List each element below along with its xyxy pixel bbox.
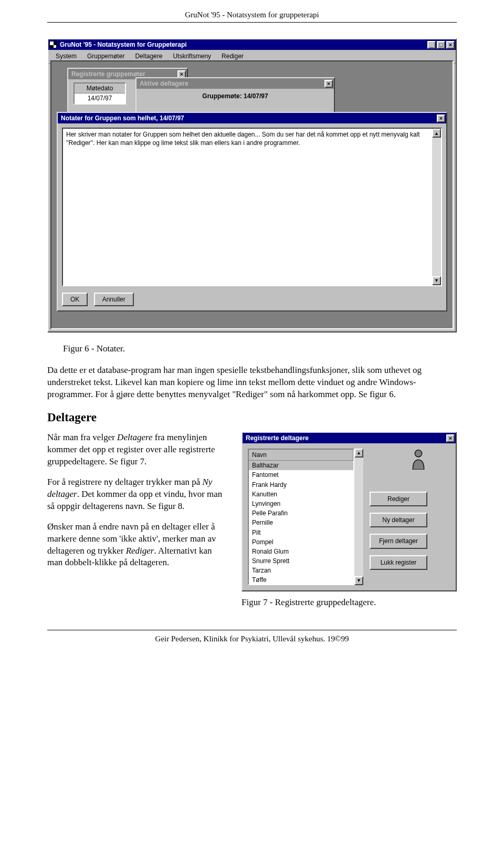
meeting-subtitle: Gruppemøte: 14/07/97 <box>136 89 334 103</box>
scrollbar-vertical[interactable]: ▲ ▼ <box>354 449 363 585</box>
edit-button[interactable]: Rediger <box>370 492 427 506</box>
scroll-up-icon[interactable]: ▲ <box>354 449 363 458</box>
window-notes[interactable]: Notater for Gruppen som helhet, 14/07/97… <box>57 112 447 311</box>
list-item[interactable]: Pilt <box>249 528 353 537</box>
app-icon <box>49 41 57 48</box>
close-register-button[interactable]: Lukk register <box>370 555 427 570</box>
paragraph-2: Når man fra velger Deltagere fra menylin… <box>47 432 229 468</box>
list-item[interactable]: Tøffe <box>249 575 353 585</box>
paragraph-4: Ønsker man å endre navn på en deltager e… <box>47 521 229 569</box>
list-item[interactable]: Ronald Glum <box>249 547 353 556</box>
cell-date[interactable]: 14/07/97 <box>75 93 125 103</box>
maximize-button[interactable]: □ <box>437 41 445 49</box>
paragraph-3: For å registrere ny deltager trykker man… <box>47 476 229 513</box>
figure-7-window: Registrerte deltagere × Navn Balthazar F… <box>242 432 457 591</box>
scroll-down-icon[interactable]: ▼ <box>432 276 441 285</box>
window-active-participants-title: Aktive deltagere <box>138 79 323 88</box>
list-item[interactable]: Pernille <box>249 518 353 527</box>
new-participant-button[interactable]: Ny deltager <box>370 513 427 527</box>
notes-textarea[interactable]: Her skriver man notater for Gruppen som … <box>63 129 432 285</box>
list-item[interactable]: Pelle Parafin <box>249 508 353 518</box>
notes-textarea-frame: Her skriver man notater for Gruppen som … <box>62 128 442 286</box>
column-motedato: Møtedato <box>75 84 125 93</box>
list-header-navn: Navn <box>249 450 353 461</box>
figure-7-caption: Figur 7 - Registrerte gruppedeltagere. <box>242 597 457 609</box>
fig7-title: Registrerte deltagere <box>244 434 445 442</box>
svg-point-0 <box>415 450 422 457</box>
participants-listbox[interactable]: Navn Balthazar Fantomet Frank Hardy Kanu… <box>248 449 354 585</box>
mdi-client-area: Registrerte gruppemøter × Møtedato 14/07… <box>50 60 454 329</box>
section-heading-deltagere: Deltagere <box>47 409 457 425</box>
list-item[interactable]: Pompel <box>249 537 353 547</box>
figure-6-caption: Figur 6 - Notater. <box>63 343 457 355</box>
minimize-button[interactable]: _ <box>427 41 436 49</box>
close-button[interactable]: × <box>446 41 455 49</box>
remove-participant-button[interactable]: Fjern deltager <box>370 534 427 548</box>
page-footer: Geir Pedersen, Klinikk for Psykiatri, Ul… <box>47 630 457 660</box>
scrollbar-vertical[interactable]: ▲ ▼ <box>432 129 441 285</box>
list-item[interactable]: Tarzan <box>249 566 353 575</box>
person-icon <box>410 449 427 470</box>
close-icon[interactable]: × <box>446 434 455 442</box>
list-item[interactable]: Kanutten <box>249 490 353 499</box>
list-item[interactable]: Balthazar <box>249 461 353 470</box>
page-header: GruNot '95 - Notatsystem for gruppeterap… <box>47 0 457 23</box>
scroll-down-icon[interactable]: ▼ <box>354 576 363 585</box>
fig7-titlebar[interactable]: Registrerte deltagere × <box>243 433 456 443</box>
app-titlebar[interactable]: GruNot '95 - Notatsystem for Gruppeterap… <box>48 39 456 50</box>
list-item[interactable]: Fantomet <box>249 470 353 480</box>
list-item[interactable]: Snurre Sprett <box>249 556 353 566</box>
cancel-button[interactable]: Annuller <box>94 293 134 306</box>
figure-6-app-window: GruNot '95 - Notatsystem for Gruppeterap… <box>47 38 457 332</box>
list-item[interactable]: Frank Hardy <box>249 480 353 490</box>
list-item[interactable]: Lynvingen <box>249 499 353 508</box>
ok-button[interactable]: OK <box>62 293 88 306</box>
window-notes-title: Notater for Gruppen som helhet, 14/07/97 <box>59 114 436 122</box>
app-title: GruNot '95 - Notatsystem for Gruppeterap… <box>58 40 426 49</box>
close-icon[interactable]: × <box>437 115 445 122</box>
scroll-up-icon[interactable]: ▲ <box>432 129 441 138</box>
close-icon[interactable]: × <box>324 80 333 88</box>
paragraph-1: Da dette er et database-program har man … <box>47 365 457 401</box>
